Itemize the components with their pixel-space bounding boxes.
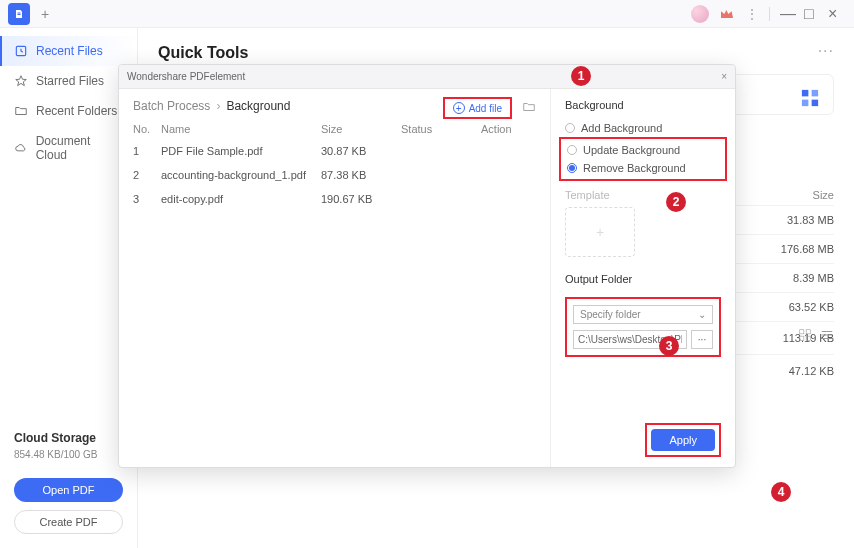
- folder-icon: [14, 104, 28, 118]
- apply-button[interactable]: Apply: [651, 429, 715, 451]
- cloud-storage-indicator: Cloud Storage 854.48 KB/100 GB: [0, 421, 137, 470]
- minimize-button[interactable]: —: [780, 7, 794, 21]
- svg-rect-10: [800, 336, 804, 340]
- col-action: Action: [481, 123, 531, 135]
- add-tab-button[interactable]: +: [34, 6, 56, 22]
- callout-3: 3: [659, 336, 679, 356]
- breadcrumb-leaf: Background: [226, 99, 290, 113]
- radio-remove-background[interactable]: Remove Background: [567, 159, 719, 177]
- star-icon: [14, 74, 28, 88]
- chevron-right-icon: ›: [216, 99, 220, 113]
- col-status: Status: [401, 123, 481, 135]
- sidebar-item-label: Recent Folders: [36, 104, 117, 118]
- breadcrumb-root[interactable]: Batch Process: [133, 99, 210, 113]
- output-folder-label: Output Folder: [565, 273, 721, 285]
- col-no: No.: [133, 123, 161, 135]
- storage-title: Cloud Storage: [14, 431, 123, 445]
- cloud-icon: [14, 141, 28, 155]
- sidebar-item-label: Document Cloud: [36, 134, 123, 162]
- svg-rect-8: [800, 330, 804, 334]
- file-table: No. Name Size Status Action 1PDF File Sa…: [133, 123, 536, 211]
- template-label: Template: [565, 189, 721, 201]
- table-row[interactable]: 1PDF File Sample.pdf30.87 KB: [133, 139, 536, 163]
- output-folder-select[interactable]: Specify folder ⌄: [573, 305, 713, 324]
- list-view-icon[interactable]: [820, 328, 834, 342]
- sidebar-item-recent-folders[interactable]: Recent Folders: [0, 96, 137, 126]
- create-pdf-button[interactable]: Create PDF: [14, 510, 123, 534]
- svg-rect-7: [812, 100, 819, 107]
- table-row[interactable]: 2accounting-background_1.pdf87.38 KB: [133, 163, 536, 187]
- svg-rect-11: [806, 336, 810, 340]
- maximize-button[interactable]: □: [804, 7, 818, 21]
- recent-icon: [14, 44, 28, 58]
- add-file-button[interactable]: + Add file: [443, 97, 512, 119]
- grid-view-icon[interactable]: [798, 328, 812, 342]
- callout-1: 1: [571, 66, 591, 86]
- sidebar-item-label: Recent Files: [36, 44, 103, 58]
- callout-2: 2: [666, 192, 686, 212]
- create-icon: [797, 85, 823, 111]
- table-row[interactable]: 3edit-copy.pdf190.67 KB: [133, 187, 536, 211]
- svg-rect-9: [806, 330, 810, 334]
- dialog-title: Wondershare PDFelement: [127, 71, 245, 82]
- svg-rect-5: [812, 90, 819, 97]
- col-name: Name: [161, 123, 321, 135]
- plus-icon: +: [453, 102, 465, 114]
- app-tab[interactable]: [8, 3, 30, 25]
- more-icon[interactable]: ···: [818, 42, 834, 60]
- sidebar-item-label: Starred Files: [36, 74, 104, 88]
- svg-rect-6: [802, 100, 809, 107]
- chevron-down-icon: ⌄: [698, 309, 706, 320]
- storage-detail: 854.48 KB/100 GB: [14, 449, 123, 460]
- background-section-title: Background: [565, 99, 721, 111]
- callout-4: 4: [771, 482, 791, 502]
- radio-add-background[interactable]: Add Background: [565, 119, 721, 137]
- sidebar-item-recent-files[interactable]: Recent Files: [0, 36, 137, 66]
- template-placeholder[interactable]: +: [565, 207, 635, 257]
- col-size: Size: [321, 123, 401, 135]
- app-logo-icon: [13, 8, 25, 20]
- sidebar-item-starred-files[interactable]: Starred Files: [0, 66, 137, 96]
- window-titlebar: + ⋮ — □ ×: [0, 0, 854, 28]
- close-window-button[interactable]: ×: [828, 7, 842, 21]
- browse-button[interactable]: ···: [691, 330, 713, 349]
- add-folder-icon[interactable]: [522, 100, 536, 117]
- more-menu-icon[interactable]: ⋮: [745, 6, 759, 22]
- premium-icon[interactable]: [719, 6, 735, 22]
- svg-rect-4: [802, 90, 809, 97]
- dialog-close-button[interactable]: ×: [721, 71, 727, 82]
- page-title: Quick Tools: [158, 44, 834, 62]
- open-pdf-button[interactable]: Open PDF: [14, 478, 123, 502]
- batch-process-dialog: Wondershare PDFelement × Batch Process ›…: [118, 64, 736, 468]
- dialog-titlebar[interactable]: Wondershare PDFelement ×: [119, 65, 735, 89]
- sidebar-item-document-cloud[interactable]: Document Cloud: [0, 126, 137, 170]
- radio-update-background[interactable]: Update Background: [567, 141, 719, 159]
- profile-avatar[interactable]: [691, 5, 709, 23]
